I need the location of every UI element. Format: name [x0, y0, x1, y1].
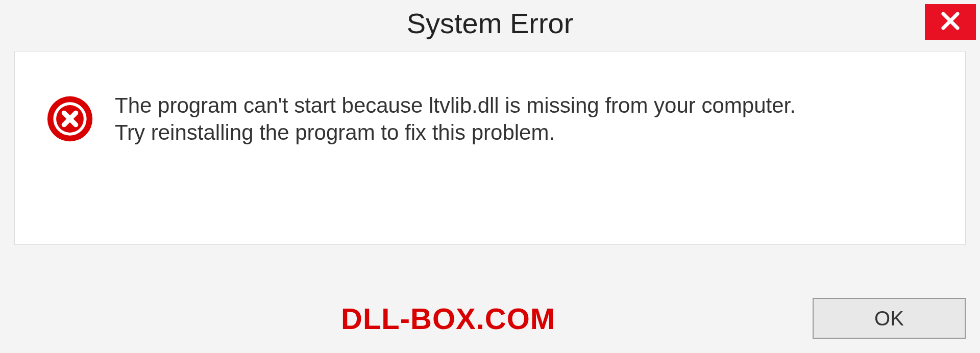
titlebar: System Error: [0, 0, 980, 46]
close-button[interactable]: [925, 4, 976, 40]
error-icon: [45, 94, 94, 145]
dialog-title: System Error: [407, 7, 574, 40]
message-line-1: The program can't start because ltvlib.d…: [115, 92, 935, 119]
message-block: The program can't start because ltvlib.d…: [115, 92, 935, 146]
close-icon: [940, 10, 961, 34]
watermark-text: DLL-BOX.COM: [341, 301, 555, 336]
ok-button[interactable]: OK: [813, 298, 966, 339]
message-line-2: Try reinstalling the program to fix this…: [115, 119, 935, 146]
dialog-content: The program can't start because ltvlib.d…: [14, 51, 966, 245]
dialog-footer: DLL-BOX.COM OK: [14, 298, 966, 339]
ok-button-label: OK: [874, 307, 904, 330]
